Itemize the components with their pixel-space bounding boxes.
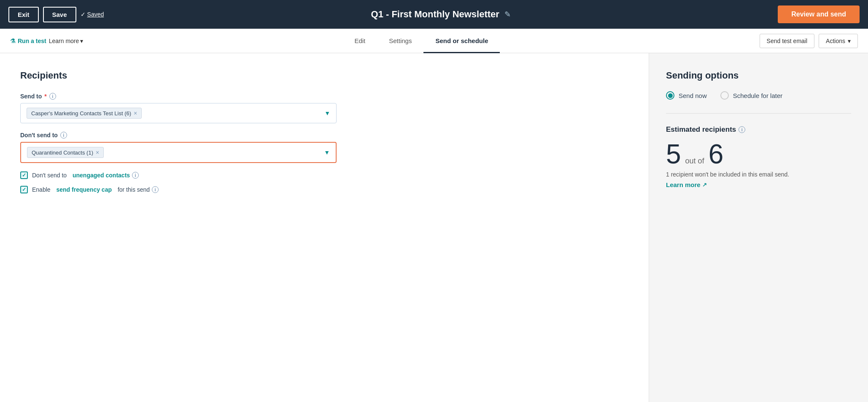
dont-send-to-label: Don't send to i bbox=[20, 132, 628, 139]
frequency-check-icon: ✓ bbox=[22, 187, 26, 193]
learn-more-link[interactable]: Learn more ▾ bbox=[49, 38, 84, 44]
top-bar: Exit Save ✓ Saved Q1 - First Monthly New… bbox=[0, 0, 868, 29]
unengaged-info-icon[interactable]: i bbox=[132, 172, 139, 179]
dont-send-to-tags: Quarantined Contacts (1) × bbox=[27, 147, 104, 158]
total-count: 6 bbox=[709, 141, 724, 168]
top-bar-left: Exit Save ✓ Saved bbox=[8, 7, 104, 22]
tab-send-or-schedule[interactable]: Send or schedule bbox=[423, 30, 500, 53]
flask-icon: ⚗ bbox=[10, 38, 16, 44]
schedule-later-label: Schedule for later bbox=[733, 92, 783, 99]
learn-more-bottom-link[interactable]: Learn more ↗ bbox=[666, 181, 851, 188]
main-content: Recipients Send to * i Casper's Marketin… bbox=[0, 53, 868, 402]
frequency-info-icon[interactable]: i bbox=[152, 186, 159, 193]
actions-button[interactable]: Actions ▾ bbox=[819, 34, 858, 48]
external-link-icon: ↗ bbox=[702, 182, 707, 188]
recipients-title: Recipients bbox=[20, 70, 628, 81]
tab-edit[interactable]: Edit bbox=[342, 30, 377, 53]
actions-chevron-icon: ▾ bbox=[848, 38, 851, 44]
saved-status: ✓ Saved bbox=[81, 11, 104, 18]
learn-more-bottom-label: Learn more bbox=[666, 181, 701, 188]
review-and-send-button[interactable]: Review and send bbox=[778, 5, 860, 23]
dont-send-to-tag-label: Quarantined Contacts (1) bbox=[32, 149, 93, 156]
frequency-link[interactable]: send frequency cap bbox=[56, 186, 112, 193]
schedule-later-option[interactable]: Schedule for later bbox=[720, 91, 783, 100]
out-of-text: out of bbox=[685, 157, 704, 166]
sending-options-radio-group: Send now Schedule for later bbox=[666, 91, 851, 100]
email-title: Q1 - First Monthly Newsletter bbox=[371, 9, 499, 20]
sub-nav-left: ⚗ Run a test Learn more ▾ bbox=[10, 38, 83, 44]
send-now-radio-fill bbox=[668, 93, 673, 98]
send-now-option[interactable]: Send now bbox=[666, 91, 707, 100]
send-to-tag-label: Casper's Marketing Contacts Test List (6… bbox=[31, 110, 131, 117]
required-asterisk: * bbox=[44, 93, 46, 100]
recipient-numbers: 5 out of 6 bbox=[666, 141, 851, 168]
dont-send-to-tag: Quarantined Contacts (1) × bbox=[27, 147, 104, 158]
dont-send-to-info-icon[interactable]: i bbox=[60, 132, 67, 139]
sub-nav: ⚗ Run a test Learn more ▾ Edit Settings … bbox=[0, 29, 868, 53]
top-bar-center: Q1 - First Monthly Newsletter ✎ bbox=[109, 9, 773, 20]
send-test-email-button[interactable]: Send test email bbox=[760, 34, 815, 48]
send-to-tag-close-icon[interactable]: × bbox=[134, 110, 137, 117]
send-to-label: Send to * i bbox=[20, 93, 628, 100]
check-icon: ✓ bbox=[81, 11, 86, 18]
unengaged-checkbox[interactable]: ✓ bbox=[20, 171, 28, 179]
recipient-count: 5 bbox=[666, 141, 681, 168]
actions-label: Actions bbox=[826, 38, 845, 44]
checkbox-check-icon: ✓ bbox=[22, 172, 26, 178]
tab-group: Edit Settings Send or schedule bbox=[342, 29, 500, 53]
unengaged-label: Don't send to unengaged contacts i bbox=[32, 172, 139, 179]
dont-send-to-tag-close-icon[interactable]: × bbox=[96, 149, 99, 156]
left-panel: Recipients Send to * i Casper's Marketin… bbox=[0, 53, 649, 402]
dont-send-to-dropdown-icon[interactable]: ▼ bbox=[324, 149, 330, 156]
send-now-label: Send now bbox=[679, 92, 707, 99]
send-to-info-icon[interactable]: i bbox=[49, 93, 56, 100]
exit-button[interactable]: Exit bbox=[8, 7, 39, 22]
tab-settings[interactable]: Settings bbox=[377, 30, 423, 53]
estimated-info-icon[interactable]: i bbox=[739, 126, 745, 133]
top-bar-right: Review and send bbox=[778, 5, 860, 23]
estimated-recipients-title: Estimated recipients i bbox=[666, 125, 851, 134]
sub-nav-right: Send test email Actions ▾ bbox=[760, 34, 858, 48]
send-to-select[interactable]: Casper's Marketing Contacts Test List (6… bbox=[20, 103, 337, 123]
learn-more-label: Learn more bbox=[49, 38, 79, 44]
send-now-radio[interactable] bbox=[666, 91, 674, 100]
chevron-down-icon: ▾ bbox=[80, 38, 83, 44]
dont-send-to-select[interactable]: Quarantined Contacts (1) × ▼ bbox=[20, 142, 337, 163]
right-panel: Sending options Send now Schedule for la… bbox=[649, 53, 868, 402]
frequency-checkbox[interactable]: ✓ bbox=[20, 186, 28, 193]
run-test-label: Run a test bbox=[18, 38, 46, 44]
recipient-note: 1 recipient won't be included in this em… bbox=[666, 171, 851, 178]
send-to-tags: Casper's Marketing Contacts Test List (6… bbox=[27, 108, 142, 119]
sending-options-title: Sending options bbox=[666, 70, 851, 81]
unengaged-contacts-row: ✓ Don't send to unengaged contacts i bbox=[20, 171, 628, 179]
schedule-later-radio[interactable] bbox=[720, 91, 729, 100]
send-to-dropdown-icon[interactable]: ▼ bbox=[324, 110, 330, 117]
run-a-test-link[interactable]: ⚗ Run a test bbox=[10, 38, 46, 44]
send-frequency-row: ✓ Enable send frequency cap for this sen… bbox=[20, 186, 628, 193]
frequency-label: Enable send frequency cap for this send … bbox=[32, 186, 159, 193]
divider bbox=[666, 113, 851, 114]
saved-text: Saved bbox=[87, 11, 104, 18]
unengaged-link[interactable]: unengaged contacts bbox=[73, 172, 130, 179]
save-button[interactable]: Save bbox=[43, 7, 76, 22]
send-to-tag: Casper's Marketing Contacts Test List (6… bbox=[27, 108, 142, 119]
pencil-icon[interactable]: ✎ bbox=[504, 10, 511, 19]
